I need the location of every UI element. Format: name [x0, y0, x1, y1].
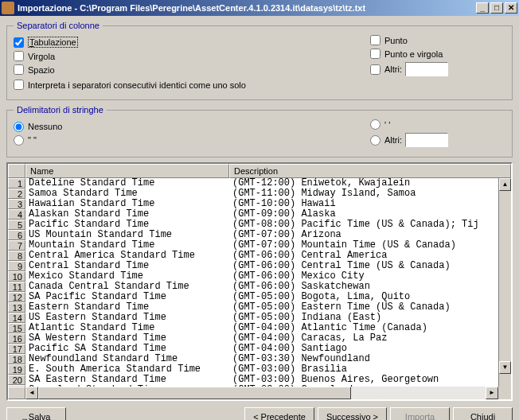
table-row[interactable]: Alaskan Standard Time(GMT-09:00) Alaska [25, 209, 498, 220]
scroll-thumb[interactable] [38, 387, 351, 399]
table-row[interactable]: Central America Standard Time(GMT-06:00)… [25, 251, 498, 261]
import-button[interactable]: Importa [390, 407, 450, 420]
cell-name: SA Pacific Standard Time [25, 292, 229, 302]
scroll-right-icon[interactable]: ► [486, 387, 498, 399]
scroll-down-icon[interactable]: ▼ [499, 361, 511, 374]
header-name[interactable]: Name [25, 164, 229, 178]
cell-name: Eastern Standard Time [25, 302, 229, 313]
row-number[interactable]: 11 [8, 282, 25, 292]
table-row[interactable]: Hawaiian Standard Time(GMT-10:00) Hawaii [25, 199, 498, 209]
table-row[interactable]: Newfoundland Standard Time(GMT-03:30) Ne… [25, 354, 498, 364]
dot-checkbox[interactable]: Punto [370, 35, 505, 45]
table-row[interactable]: SA Western Standard Time(GMT-04:00) Cara… [25, 333, 498, 344]
row-number[interactable]: 16 [8, 333, 25, 344]
cell-name: SA Eastern Standard Time [25, 375, 229, 385]
row-number[interactable]: 4 [8, 209, 25, 220]
table-row[interactable]: SA Pacific Standard Time(GMT-05:00) Bogo… [25, 292, 498, 302]
cell-name: Mountain Standard Time [25, 240, 229, 251]
squote-radio[interactable]: ' ' [370, 119, 505, 130]
other-sep-checkbox[interactable]: Altri: [370, 62, 505, 76]
table-row[interactable]: Central Standard Time(GMT-06:00) Central… [25, 261, 498, 271]
cell-description: (GMT-10:00) Hawaii [229, 199, 498, 209]
row-number[interactable]: 2 [8, 189, 25, 199]
other-delim-radio[interactable]: Altri: [370, 133, 505, 147]
table-row[interactable]: Atlantic Standard Time(GMT-04:00) Atlant… [25, 323, 498, 333]
row-number[interactable]: 20 [8, 375, 25, 385]
table-row[interactable]: SA Eastern Standard Time(GMT-03:00) Buen… [25, 375, 498, 385]
cell-name: Atlantic Standard Time [25, 323, 229, 333]
close-button[interactable]: ✕ [505, 2, 517, 14]
minimize-button[interactable]: _ [476, 2, 489, 14]
row-number[interactable]: 5 [8, 220, 25, 230]
cell-description: (GMT-05:00) Eastern Time (US & Canada) [229, 302, 498, 313]
column-separators-group: Separatori di colonne Tabulazione Virgol… [6, 21, 513, 100]
table-row[interactable]: US Eastern Standard Time(GMT-05:00) Indi… [25, 313, 498, 323]
cell-name: Pacific Standard Time [25, 220, 229, 230]
table-row[interactable]: Canada Central Standard Time(GMT-06:00) … [25, 282, 498, 292]
cell-description: (GMT-08:00) Pacific Time (US & Canada); … [229, 220, 498, 230]
horizontal-scrollbar[interactable]: ◄ ► [8, 387, 511, 399]
row-number[interactable]: 19 [8, 364, 25, 375]
string-delimiters-group: Delimitatori di stringhe Nessuno " " ' '… [6, 105, 513, 158]
cell-name: US Eastern Standard Time [25, 313, 229, 323]
scroll-up-icon[interactable]: ▲ [499, 178, 511, 191]
row-number[interactable]: 14 [8, 313, 25, 323]
space-checkbox[interactable]: Spazio [14, 64, 370, 75]
close-dialog-button[interactable]: Chiudi [453, 407, 513, 420]
row-number[interactable]: 9 [8, 261, 25, 271]
cell-description: (GMT-06:00) Mexico City [229, 271, 498, 282]
cell-name: Alaskan Standard Time [25, 209, 229, 220]
row-number[interactable]: 6 [8, 230, 25, 240]
table-row[interactable]: E. South America Standard Time(GMT-03:00… [25, 364, 498, 375]
vertical-scrollbar[interactable]: ▲ ▼ [498, 178, 511, 387]
tab-checkbox[interactable]: Tabulazione [14, 37, 370, 48]
consecutive-checkbox[interactable]: Interpreta i separatori consecutivi iden… [14, 80, 505, 90]
previous-button[interactable]: < Precedente [244, 407, 314, 420]
table-row[interactable]: Dateline Standard Time(GMT-12:00) Eniwet… [25, 178, 498, 189]
row-number[interactable]: 15 [8, 323, 25, 333]
row-number[interactable]: 3 [8, 199, 25, 209]
maximize-button[interactable]: □ [490, 2, 503, 14]
row-number[interactable]: 1 [8, 178, 25, 189]
cell-name: Mexico Standard Time [25, 271, 229, 282]
cell-name: Hawaiian Standard Time [25, 199, 229, 209]
row-number[interactable]: 13 [8, 302, 25, 313]
string-delimiters-legend: Delimitatori di stringhe [14, 105, 107, 115]
titlebar[interactable]: Importazione - C:\Program Files\Peregrin… [0, 0, 519, 16]
row-number[interactable]: 12 [8, 292, 25, 302]
row-number[interactable]: 8 [8, 251, 25, 261]
cell-description: (GMT-09:00) Alaska [229, 209, 498, 220]
cell-description: (GMT-11:00) Midway Island, Samoa [229, 189, 498, 199]
cell-description: (GMT-03:00) Buenos Aires, Georgetown [229, 375, 498, 385]
cell-description: (GMT-05:00) Indiana (East) [229, 313, 498, 323]
cell-name: Central America Standard Time [25, 251, 229, 261]
header-rownum[interactable] [8, 164, 25, 178]
header-description[interactable]: Description [229, 164, 511, 178]
table-row[interactable]: Eastern Standard Time(GMT-05:00) Eastern… [25, 302, 498, 313]
table-row[interactable]: Mexico Standard Time(GMT-06:00) Mexico C… [25, 271, 498, 282]
row-number[interactable]: 17 [8, 344, 25, 354]
none-radio[interactable]: Nessuno [14, 122, 370, 132]
cell-description: (GMT-06:00) Central America [229, 251, 498, 261]
row-number[interactable]: 10 [8, 271, 25, 282]
cell-name: Samoa Standard Time [25, 189, 229, 199]
scroll-left-icon[interactable]: ◄ [25, 387, 38, 399]
save-button[interactable]: ... Salva [6, 407, 66, 420]
other-delim-input[interactable] [405, 133, 448, 147]
semicolon-checkbox[interactable]: Punto e virgola [370, 49, 505, 59]
table-row[interactable]: Pacific SA Standard Time(GMT-04:00) Sant… [25, 344, 498, 354]
dquote-radio[interactable]: " " [14, 135, 370, 146]
comma-checkbox[interactable]: Virgola [14, 51, 370, 61]
column-separators-legend: Separatori di colonne [14, 21, 103, 30]
row-number[interactable]: 7 [8, 240, 25, 251]
table-row[interactable]: Pacific Standard Time(GMT-08:00) Pacific… [25, 220, 498, 230]
cell-name: E. South America Standard Time [25, 364, 229, 375]
table-row[interactable]: US Mountain Standard Time(GMT-07:00) Ari… [25, 230, 498, 240]
cell-description: (GMT-05:00) Bogota, Lima, Quito [229, 292, 498, 302]
table-row[interactable]: Samoa Standard Time(GMT-11:00) Midway Is… [25, 189, 498, 199]
other-sep-input[interactable] [405, 62, 448, 76]
next-button[interactable]: Successivo > [318, 407, 387, 420]
row-number[interactable]: 18 [8, 354, 25, 364]
table-row[interactable]: Mountain Standard Time(GMT-07:00) Mounta… [25, 240, 498, 251]
cell-description: (GMT-06:00) Saskatchewan [229, 282, 498, 292]
